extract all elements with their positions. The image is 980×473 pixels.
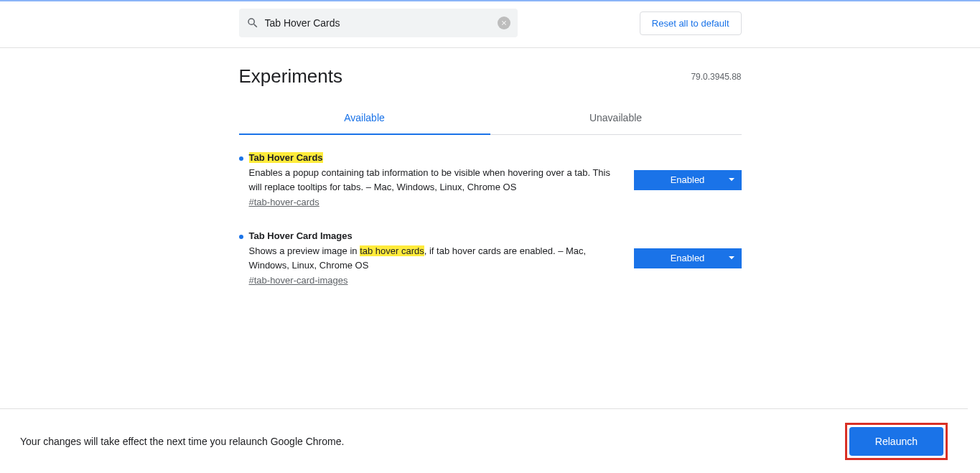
flag-desc-highlight: tab hover cards [360,245,424,256]
relaunch-button[interactable]: Relaunch [849,427,943,456]
clear-search-button[interactable] [498,17,510,29]
flag-title: Tab Hover Card Images [249,230,353,241]
flag-state-select[interactable]: DefaultEnabledDisabled [634,248,742,268]
flag-description: Enables a popup containing tab informati… [249,166,620,194]
flag-state-select[interactable]: DefaultEnabledDisabled [634,170,742,190]
flag-desc-text: Enables a popup containing tab informati… [249,167,610,192]
close-icon [500,19,508,27]
flag-select-wrap: DefaultEnabledDisabled [634,248,742,268]
footer-bar: Your changes will take effect the next t… [0,408,968,473]
page-title: Experiments [239,65,343,88]
version-label: 79.0.3945.88 [691,72,741,82]
tab-bar: Available Unavailable [239,102,742,135]
main-content: Experiments 79.0.3945.88 Available Unava… [239,48,742,291]
flag-item: Tab Hover CardsEnables a popup containin… [239,135,742,213]
flags-list: Tab Hover CardsEnables a popup containin… [239,135,742,291]
footer-message: Your changes will take effect the next t… [20,436,344,447]
flag-anchor-link[interactable]: #tab-hover-cards [249,197,319,207]
search-icon [246,17,259,29]
flag-item: Tab Hover Card ImagesShows a preview ima… [239,213,742,291]
relaunch-highlight-box: Relaunch [845,423,948,460]
search-box[interactable] [239,9,518,37]
flag-title: Tab Hover Cards [249,152,323,163]
tab-available[interactable]: Available [239,102,490,135]
modified-dot-icon [239,156,243,161]
flag-description: Shows a preview image in tab hover cards… [249,244,620,272]
flag-select-wrap: DefaultEnabledDisabled [634,170,742,190]
header-bar: Reset all to default [0,1,980,48]
flag-anchor-link[interactable]: #tab-hover-card-images [249,275,348,286]
modified-dot-icon [239,235,243,239]
flag-desc-text: Shows a preview image in [249,245,360,256]
search-input[interactable] [265,17,510,29]
flag-content: Tab Hover Card ImagesShows a preview ima… [239,230,620,286]
flag-content: Tab Hover CardsEnables a popup containin… [239,152,620,207]
reset-all-button[interactable]: Reset all to default [640,11,742,35]
tab-unavailable[interactable]: Unavailable [490,102,742,134]
